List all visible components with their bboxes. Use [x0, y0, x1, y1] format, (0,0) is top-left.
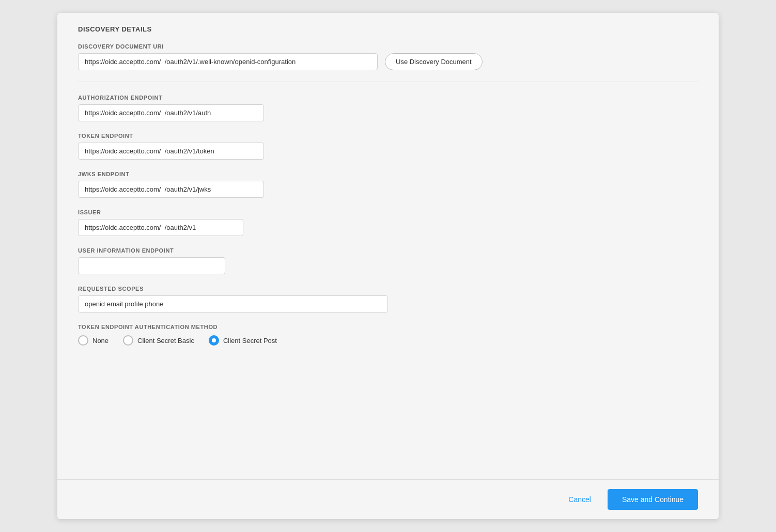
section-title: DISCOVERY DETAILS	[78, 25, 698, 33]
token-auth-method-label: TOKEN ENDPOINT AUTHENTICATION METHOD	[78, 324, 698, 330]
radio-client-secret-post[interactable]: Client Secret Post	[209, 335, 277, 346]
discovery-document-uri-group: DISCOVERY DOCUMENT URI Use Discovery Doc…	[78, 43, 698, 70]
discovery-document-uri-input[interactable]	[78, 53, 378, 70]
jwks-endpoint-label: JWKS ENDPOINT	[78, 171, 698, 177]
authorization-endpoint-group: AUTHORIZATION ENDPOINT	[78, 95, 698, 121]
cancel-button[interactable]: Cancel	[560, 490, 599, 509]
authorization-endpoint-label: AUTHORIZATION ENDPOINT	[78, 95, 698, 101]
issuer-label: ISSUER	[78, 209, 698, 215]
discovery-row: Use Discovery Document	[78, 53, 698, 70]
token-auth-method-group: TOKEN ENDPOINT AUTHENTICATION METHOD Non…	[78, 324, 698, 346]
radio-none-label: None	[92, 337, 108, 345]
jwks-endpoint-group: JWKS ENDPOINT	[78, 171, 698, 198]
discovery-details-modal: DISCOVERY DETAILS DISCOVERY DOCUMENT URI…	[57, 13, 719, 519]
issuer-group: ISSUER	[78, 209, 698, 236]
token-endpoint-label: TOKEN ENDPOINT	[78, 133, 698, 139]
user-info-endpoint-group: USER INFORMATION ENDPOINT	[78, 247, 698, 274]
section-divider	[78, 82, 698, 82]
save-continue-button[interactable]: Save and Continue	[608, 489, 698, 510]
radio-client-secret-basic[interactable]: Client Secret Basic	[123, 335, 194, 346]
requested-scopes-label: REQUESTED SCOPES	[78, 286, 698, 292]
user-info-endpoint-input[interactable]	[78, 257, 225, 274]
token-endpoint-input[interactable]	[78, 143, 264, 160]
modal-body: DISCOVERY DETAILS DISCOVERY DOCUMENT URI…	[57, 13, 719, 479]
radio-none[interactable]: None	[78, 335, 108, 346]
issuer-input[interactable]	[78, 219, 243, 236]
requested-scopes-input[interactable]	[78, 295, 388, 312]
discovery-document-uri-label: DISCOVERY DOCUMENT URI	[78, 43, 698, 50]
authorization-endpoint-input[interactable]	[78, 104, 264, 121]
use-discovery-button[interactable]: Use Discovery Document	[385, 53, 483, 70]
modal-footer: Cancel Save and Continue	[57, 479, 719, 519]
requested-scopes-group: REQUESTED SCOPES	[78, 286, 698, 312]
radio-none-circle[interactable]	[78, 335, 88, 346]
radio-client-secret-basic-label: Client Secret Basic	[137, 337, 194, 345]
radio-group: None Client Secret Basic Client Secret P…	[78, 335, 698, 346]
user-info-endpoint-label: USER INFORMATION ENDPOINT	[78, 247, 698, 254]
radio-client-secret-basic-circle[interactable]	[123, 335, 133, 346]
radio-client-secret-post-label: Client Secret Post	[223, 337, 277, 345]
token-endpoint-group: TOKEN ENDPOINT	[78, 133, 698, 160]
radio-client-secret-post-circle[interactable]	[209, 335, 219, 346]
jwks-endpoint-input[interactable]	[78, 181, 264, 198]
